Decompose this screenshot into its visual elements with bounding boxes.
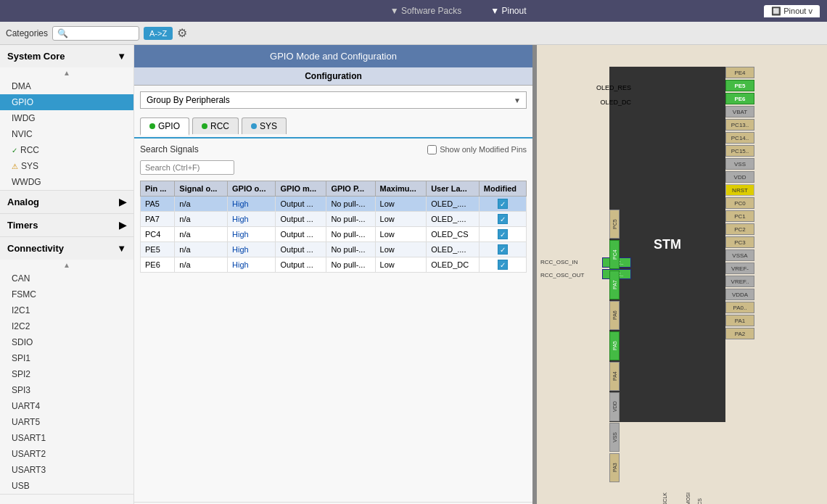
cell-gpio-mode: Output ...: [276, 242, 326, 257]
sidebar-item-usart2[interactable]: USART2: [0, 446, 133, 462]
pin-pa2[interactable]: PA2: [725, 328, 754, 339]
cell-gpio-output: High: [228, 212, 276, 227]
search-input[interactable]: [68, 29, 126, 38]
connectivity-header[interactable]: Connectivity ▼: [0, 237, 133, 260]
pin-pc14[interactable]: PC14..: [725, 132, 754, 144]
pin-pc0[interactable]: PC0: [725, 197, 754, 209]
col-gpio-mode[interactable]: GPIO m...: [276, 181, 326, 197]
sidebar-item-sys[interactable]: ⚠ SYS: [0, 158, 133, 174]
sidebar-item-gpio[interactable]: GPIO: [0, 94, 133, 110]
pin-pc1[interactable]: PC1: [725, 210, 754, 222]
sidebar-item-i2c2[interactable]: I2C2: [0, 318, 133, 334]
pin-pa7-bottom[interactable]: PA7: [609, 270, 620, 299]
tab-sys[interactable]: SYS: [242, 117, 287, 134]
sidebar-item-can[interactable]: CAN: [0, 270, 133, 286]
sidebar-item-nvic[interactable]: NVIC: [0, 126, 133, 142]
pin-pe4-box: PE4: [725, 67, 754, 78]
sidebar-item-spi2[interactable]: SPI2: [0, 366, 133, 382]
pin-vss-bottom[interactable]: VSS: [609, 423, 620, 452]
cell-pull: No pull-...: [326, 257, 375, 273]
col-pin[interactable]: Pin ...: [141, 181, 175, 197]
sidebar-item-uart5[interactable]: UART5: [0, 414, 133, 430]
connectivity-chevron: ▼: [117, 243, 126, 254]
sidebar-item-usb[interactable]: USB: [0, 478, 133, 494]
cell-pull: No pull-...: [326, 197, 375, 212]
pin-vrefm[interactable]: VREF-: [725, 263, 754, 274]
pinout-tab[interactable]: 🔲 Pinout v: [764, 5, 820, 17]
pin-pa4-bottom[interactable]: PA4: [609, 362, 620, 391]
pin-pe5-box: PE5: [725, 80, 754, 91]
tab-rcc[interactable]: RCC: [192, 117, 239, 134]
tab-gpio[interactable]: GPIO: [140, 117, 189, 136]
bottom-labels-row: PA3 VSS VDD PA4 OLED_SCLK PA6 OL: [613, 486, 716, 504]
pin-vdda[interactable]: VDDA: [725, 289, 754, 300]
cell-pin: PA7: [141, 212, 175, 227]
pin-pc14-box: PC14..: [725, 132, 754, 144]
col-gpio-output[interactable]: GPIO o...: [228, 181, 276, 197]
pin-vbat[interactable]: VBAT: [725, 106, 754, 117]
pin-vrefp[interactable]: VREF..: [725, 276, 754, 287]
col-signal[interactable]: Signal o...: [175, 181, 228, 197]
timers-label: Timers: [7, 220, 38, 231]
sidebar-item-wwdg[interactable]: WWDG: [0, 174, 133, 190]
table-row[interactable]: PE5 n/a High Output ... No pull-... Low …: [141, 242, 527, 257]
sidebar-item-iwdg[interactable]: IWDG: [0, 110, 133, 126]
connectivity-label: Connectivity: [7, 243, 64, 254]
pin-vdd-bottom[interactable]: VDD: [609, 392, 620, 421]
cell-gpio-mode: Output ...: [276, 257, 326, 273]
table-row[interactable]: PE6 n/a High Output ... No pull-... Low …: [141, 257, 527, 273]
pin-pa6-bottom[interactable]: PA6: [609, 301, 620, 330]
pin-pc3[interactable]: PC3: [725, 236, 754, 248]
sidebar-item-uart4[interactable]: UART4: [0, 398, 133, 414]
sidebar-item-rcc[interactable]: ✓ RCC: [0, 142, 133, 158]
col-user-label[interactable]: User La...: [427, 181, 480, 197]
search-signals-input[interactable]: [140, 160, 234, 175]
pinout-menu[interactable]: ▼ Pinout: [490, 6, 526, 16]
sidebar-item-i2c1[interactable]: I2C1: [0, 302, 133, 318]
pin-pc15[interactable]: PC15..: [725, 145, 754, 157]
show-modified-label: Show only Modified Pins: [440, 145, 527, 154]
timers-header[interactable]: Timers ▶: [0, 214, 133, 236]
pin-pe5[interactable]: PE5: [725, 80, 754, 91]
pin-vdd[interactable]: VDD: [725, 171, 754, 183]
table-row[interactable]: PC4 n/a High Output ... No pull-... Low …: [141, 227, 527, 242]
categories-button[interactable]: Categories: [6, 28, 48, 38]
sidebar-item-fsmc[interactable]: FSMC: [0, 286, 133, 302]
modified-checkbox: ✓: [498, 214, 508, 224]
sidebar-item-spi3[interactable]: SPI3: [0, 382, 133, 398]
rcc-check-icon: ✓: [12, 146, 17, 154]
sidebar-item-usart1[interactable]: USART1: [0, 430, 133, 446]
pin-pc4-bottom[interactable]: PC4: [609, 240, 620, 269]
table-row[interactable]: PA7 n/a High Output ... No pull-... Low …: [141, 212, 527, 227]
col-modified[interactable]: Modified: [479, 181, 526, 197]
search-box[interactable]: 🔍: [52, 26, 139, 41]
pin-vssa[interactable]: VSSA: [725, 249, 754, 261]
pin-pe4[interactable]: PE4: [725, 67, 754, 78]
pin-vss[interactable]: VSS: [725, 158, 754, 170]
pin-pc2[interactable]: PC2: [725, 223, 754, 235]
software-packs-menu[interactable]: ▼ Software Packs: [390, 6, 462, 16]
pin-nrst[interactable]: NRST: [725, 184, 754, 196]
pin-pc13[interactable]: PC13..: [725, 119, 754, 131]
pin-pa3-bottom[interactable]: PA3: [609, 453, 620, 482]
pin-pa5-bottom[interactable]: PA5: [609, 331, 620, 360]
system-core-header[interactable]: System Core ▼: [0, 45, 133, 67]
sidebar-item-sdio[interactable]: SDIO: [0, 334, 133, 350]
sidebar-item-dma[interactable]: DMA: [0, 78, 133, 94]
group-by-select[interactable]: Group By Peripherals: [140, 91, 527, 109]
pin-nrst-box: NRST: [725, 184, 754, 196]
group-by-wrapper: Group By Peripherals ▼: [140, 91, 527, 109]
col-max-speed[interactable]: Maximu...: [375, 181, 427, 197]
sidebar-item-spi1[interactable]: SPI1: [0, 350, 133, 366]
analog-header[interactable]: Analog ▶: [0, 191, 133, 213]
table-row[interactable]: PA5 n/a High Output ... No pull-... Low …: [141, 197, 527, 212]
az-button[interactable]: A->Z: [144, 27, 173, 40]
pin-pc5-bottom[interactable]: PC5: [609, 210, 620, 239]
pin-pa1[interactable]: PA1: [725, 315, 754, 326]
pin-pa0[interactable]: PA0..: [725, 302, 754, 313]
sidebar-item-usart3[interactable]: USART3: [0, 462, 133, 478]
pin-pe6[interactable]: PE6: [725, 93, 754, 104]
gear-button[interactable]: ⚙: [177, 26, 187, 40]
col-gpio-pull[interactable]: GPIO P...: [326, 181, 375, 197]
show-modified-checkbox[interactable]: [427, 145, 437, 154]
